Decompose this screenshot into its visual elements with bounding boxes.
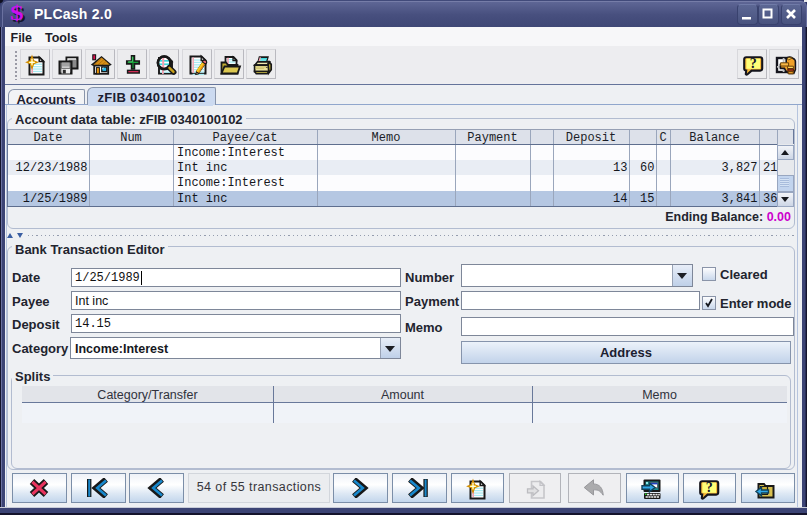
svg-text:?: ? <box>750 56 757 71</box>
svg-text:?: ? <box>706 479 713 494</box>
